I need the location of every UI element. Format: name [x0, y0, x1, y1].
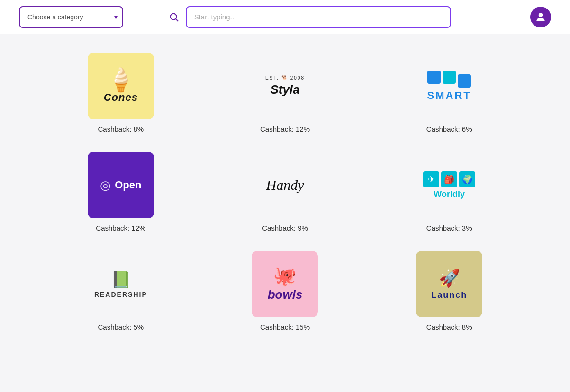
card-worldly[interactable]: ✈ 🎒 🌍 Worldly Cashback: 3%	[386, 152, 513, 232]
card-open[interactable]: ◎ Open Cashback: 12%	[58, 152, 184, 232]
smart-brand-name: SMART	[427, 89, 471, 102]
card-cones[interactable]: 🍦 Cones Cashback: 8%	[58, 53, 184, 133]
cones-cashback: Cashback: 8%	[98, 125, 144, 133]
open-logo-inner: ◎ Open	[100, 178, 141, 193]
readership-brand-name: READERSHIP	[94, 291, 147, 298]
worldly-logo: ✈ 🎒 🌍 Worldly	[416, 152, 482, 218]
search-wrapper	[167, 6, 451, 28]
readership-logo-inner: 📗 READERSHIP	[94, 270, 147, 298]
svg-line-1	[176, 19, 178, 21]
worldly-icons: ✈ 🎒 🌍	[423, 171, 475, 187]
styla-brand-name: Styla	[270, 82, 299, 97]
open-logo: ◎ Open	[88, 152, 154, 218]
launch-logo: 🚀 Launch	[416, 251, 482, 317]
styla-logo-inner: EST. 🐕 2008 Styla	[265, 75, 305, 97]
header: Choose a category All Categories Food Fa…	[0, 0, 570, 34]
open-spiral-icon: ◎	[100, 178, 111, 193]
launch-cashback: Cashback: 8%	[426, 323, 472, 331]
worldly-plane-icon: ✈	[423, 171, 439, 187]
smart-logo-inner: SMART	[427, 71, 471, 102]
card-smart[interactable]: SMART Cashback: 6%	[386, 53, 513, 133]
cones-logo-inner: 🍦 Cones	[104, 69, 138, 104]
handy-cashback: Cashback: 9%	[262, 224, 308, 232]
readership-book-icon: 📗	[111, 270, 131, 289]
card-readership[interactable]: 📗 READERSHIP Cashback: 5%	[58, 251, 184, 331]
cones-brand-name: Cones	[104, 91, 138, 104]
worldly-cashback: Cashback: 3%	[426, 224, 472, 232]
smart-cube-1	[427, 71, 441, 84]
smart-cashback: Cashback: 6%	[426, 125, 472, 133]
open-brand-name: Open	[115, 179, 141, 191]
smart-cube-2	[443, 71, 456, 84]
bowls-cashback: Cashback: 15%	[260, 323, 310, 331]
svg-point-0	[170, 13, 176, 19]
search-icon	[169, 12, 179, 22]
worldly-brand-name: Worldly	[434, 189, 465, 199]
worldly-globe-icon: 🌍	[459, 171, 475, 187]
smart-logo: SMART	[416, 53, 482, 119]
brand-grid: 🍦 Cones Cashback: 8% EST. 🐕 2008 Styla C…	[58, 53, 513, 331]
worldly-logo-inner: ✈ 🎒 🌍 Worldly	[423, 171, 475, 199]
svg-point-2	[539, 13, 543, 17]
styla-logo: EST. 🐕 2008 Styla	[252, 53, 318, 119]
category-dropdown-wrapper: Choose a category All Categories Food Fa…	[19, 6, 123, 28]
search-input[interactable]	[186, 6, 451, 28]
user-icon	[534, 11, 547, 23]
launch-brand-name: Launch	[431, 290, 467, 300]
open-cashback: Cashback: 12%	[96, 224, 145, 232]
bowls-logo-inner: 🐙 bowls	[268, 267, 303, 302]
user-avatar[interactable]	[530, 7, 551, 27]
bowls-creature-icon: 🐙	[273, 267, 297, 285]
category-select[interactable]: Choose a category All Categories Food Fa…	[19, 6, 123, 28]
main-content: 🍦 Cones Cashback: 8% EST. 🐕 2008 Styla C…	[0, 34, 570, 350]
card-launch[interactable]: 🚀 Launch Cashback: 8%	[386, 251, 513, 331]
handy-brand-name: Handy	[266, 177, 304, 193]
cones-logo: 🍦 Cones	[88, 53, 154, 119]
card-bowls[interactable]: 🐙 bowls Cashback: 15%	[222, 251, 348, 331]
readership-cashback: Cashback: 5%	[98, 323, 144, 331]
bowls-logo: 🐙 bowls	[252, 251, 318, 317]
readership-logo: 📗 READERSHIP	[88, 251, 154, 317]
styla-est-text: EST. 🐕 2008	[265, 75, 305, 80]
search-button[interactable]	[167, 10, 181, 24]
worldly-bag-icon: 🎒	[441, 171, 457, 187]
launch-rocket-icon: 🚀	[439, 268, 460, 288]
styla-cashback: Cashback: 12%	[260, 125, 310, 133]
smart-cube-3	[458, 74, 471, 88]
launch-logo-inner: 🚀 Launch	[431, 268, 467, 300]
smart-cubes	[427, 71, 471, 88]
card-styla[interactable]: EST. 🐕 2008 Styla Cashback: 12%	[222, 53, 348, 133]
handy-logo: Handy	[252, 152, 318, 218]
bowls-brand-name: bowls	[268, 287, 303, 302]
cones-ice-cream-icon: 🍦	[107, 69, 135, 91]
card-handy[interactable]: Handy Cashback: 9%	[222, 152, 348, 232]
